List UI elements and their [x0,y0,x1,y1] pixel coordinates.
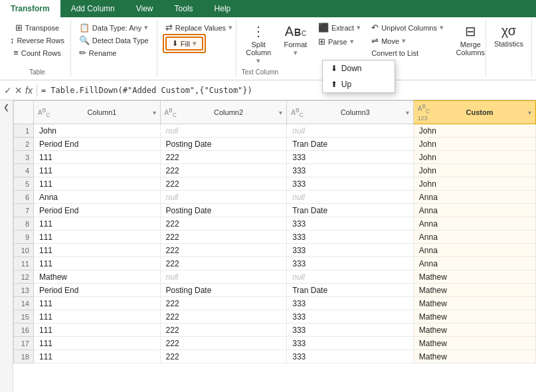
cancel-formula-icon: ✕ [15,85,23,96]
col2-cell: 222 [160,350,287,363]
split-icon: ⋮ [252,23,265,39]
col2-cell: 222 [160,337,287,350]
col1-cell: 111 [34,217,161,231]
col1-cell: 111 [34,231,161,244]
tab-help[interactable]: Help [204,0,242,17]
fx-icon: fx [25,85,33,96]
col3-cell: 333 [287,231,414,244]
arrow-down-icon: ⬇ [331,64,337,73]
col2-cell: 222 [160,310,287,324]
col1-cell: 111 [34,337,161,350]
replace-values-button[interactable]: ⇄ Replace Values ▾ [163,21,235,34]
col2-cell: Posting Date [160,204,287,217]
col3-cell: null [287,270,414,284]
text-column-label: Text Column [242,67,279,76]
col1-filter[interactable]: ▾ [153,109,156,116]
row-number: 3 [14,151,34,164]
col3-cell: 333 [287,257,414,270]
col1-cell: Period End [34,138,161,151]
unpivot-icon: ↶ [371,23,379,33]
formula-separator [37,84,37,96]
formula-text: = Table.FillDown(#"Added Custom",{"Custo… [41,86,252,95]
col1-cell: Anna [34,191,161,204]
formula-icons: ✓ ✕ fx [4,85,33,96]
table-row: 2Period EndPosting DateTran DateJohn [14,138,536,151]
merge-columns-button[interactable]: ⊟ Merge Columns [452,21,490,67]
fill-up-item[interactable]: ⬆ Up [323,76,395,92]
row-number: 18 [14,350,34,363]
split-column-button[interactable]: ⋮ Split Column ▾ [242,21,276,67]
rename-button[interactable]: ✏ Rename [76,47,120,59]
table-row: 14111222333Mathew [14,297,536,310]
col2-cell: 222 [160,297,287,310]
tab-tools[interactable]: Tools [164,0,204,17]
col2-cell: 222 [160,151,287,164]
datatype-button[interactable]: 📋 Data Type: Any ▾ [76,21,151,34]
col2-cell: 222 [160,217,287,231]
move-button[interactable]: ⇌ Move ▾ [369,35,446,47]
custom-filter[interactable]: ▾ [528,109,531,116]
table-row: 7Period EndPosting DateTran DateAnna [14,204,536,217]
reverse-rows-button[interactable]: ↕ Reverse Rows [7,34,67,47]
fill-button[interactable]: ⬇ Fill ▾ [165,37,203,50]
col3-cell: 333 [287,151,414,164]
table-row: 18111222333Mathew [14,350,536,363]
col3-cell: null [287,124,414,138]
col3-cell: Tran Date [287,204,414,217]
col1-cell: 111 [34,164,161,177]
table-area[interactable]: ABC Column1 ▾ ABC Column2 ▾ [13,100,536,392]
col2-filter[interactable]: ▾ [279,109,282,116]
datatype-group: 📋 Data Type: Any ▾ 🔍 Detect Data Type ✏ … [71,20,157,77]
row-number: 5 [14,177,34,191]
transpose-icon: ⊞ [15,23,23,33]
custom-header[interactable]: ABC123 Custom ▾ [413,101,535,124]
side-panel: ❮ [0,100,13,392]
check-icon: ✓ [4,85,12,96]
col2-cell: 222 [160,231,287,244]
custom-cell: Mathew [413,350,535,363]
format-icon: AʙC [285,23,307,39]
arrow-up-icon: ⬆ [331,80,337,89]
col3-cell: null [287,191,414,204]
table-group-label: Table [29,67,45,76]
column1-header[interactable]: ABC Column1 ▾ [34,101,161,124]
table-row: 1JohnnullnullJohn [14,124,536,138]
tab-view[interactable]: View [126,0,164,17]
fill-down-icon: ⬇ [172,39,178,48]
extract-button[interactable]: ⬛ Extract ▾ [315,21,363,34]
transpose-button[interactable]: ⊞ Transpose [13,21,62,34]
replace-fill-group: ⇄ Replace Values ▾ ⬇ Fill ▾ ⬇ Down [157,20,236,77]
custom-label: Custom [466,108,493,116]
fill-dropdown: ⬇ Down ⬆ Up [322,58,395,93]
table-row: 11111222333Anna [14,257,536,270]
column3-header[interactable]: ABC Column3 ▾ [287,101,414,124]
fill-down-item[interactable]: ⬇ Down [323,60,395,76]
custom-cell: Anna [413,217,535,231]
merge-icon: ⊟ [465,23,476,39]
custom-cell: John [413,164,535,177]
col1-cell: 111 [34,324,161,337]
parse-button[interactable]: ⊞ Parse ▾ [315,35,363,48]
table-group: ⊞ Transpose ↕ Reverse Rows ≡ Count Rows … [4,20,71,77]
collapse-icon[interactable]: ❮ [3,103,9,112]
col2-cell: 222 [160,324,287,337]
count-rows-button[interactable]: ≡ Count Rows [11,47,64,59]
col1-cell: 111 [34,310,161,324]
detect-datatype-button[interactable]: 🔍 Detect Data Type [76,34,151,47]
row-number: 9 [14,231,34,244]
col3-filter[interactable]: ▾ [406,109,409,116]
table-row: 13Period EndPosting DateTran DateMathew [14,284,536,297]
col2-cell: 222 [160,257,287,270]
col1-cell: John [34,124,161,138]
formula-bar: ✓ ✕ fx = Table.FillDown(#"Added Custom",… [0,80,536,100]
custom-cell: Mathew [413,270,535,284]
format-button[interactable]: AʙC Format ▾ [281,21,310,67]
tab-add-column[interactable]: Add Column [60,0,126,17]
table-row: 6AnnanullnullAnna [14,191,536,204]
statistics-button[interactable]: χσ Statistics [490,21,527,50]
column2-header[interactable]: ABC Column2 ▾ [160,101,287,124]
col3-cell: 333 [287,337,414,350]
tab-transform[interactable]: Transform [0,0,60,17]
convert-to-button[interactable]: Convert to List [369,48,446,58]
unpivot-button[interactable]: ↶ Unpivot Columns ▾ [369,21,446,34]
